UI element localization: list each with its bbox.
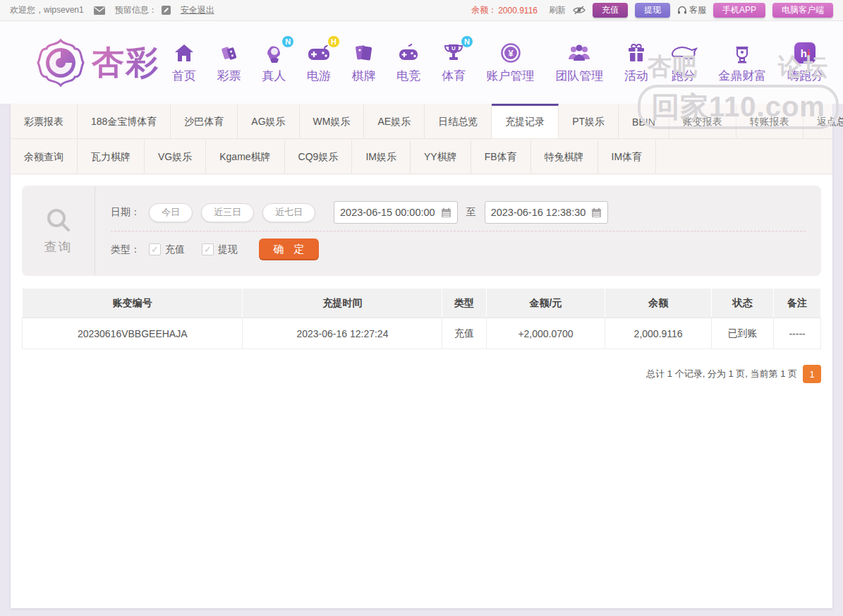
tab-recharge-withdraw-records[interactable]: 充提记录 — [492, 104, 559, 138]
tab-vg[interactable]: VG娱乐 — [145, 139, 206, 174]
type-filter-row: 类型： ✓ 充值 ✓ 提现 确 定 — [111, 231, 806, 267]
logo-flower-icon — [35, 37, 86, 88]
nav-sports[interactable]: U N 体育 — [442, 41, 466, 84]
hi-app-icon: hi — [794, 41, 815, 65]
query-label: 查询 — [44, 238, 73, 255]
balance-label: 余额： — [471, 4, 497, 16]
pagination: 总计 1 个记录, 分为 1 页, 当前第 1 页 1 — [22, 365, 821, 383]
report-tabs-row-1: 彩票报表 188金宝博体育 沙巴体育 AG娱乐 WM娱乐 AE娱乐 日结总览 充… — [11, 104, 832, 139]
nav-board-games[interactable]: 棋牌 — [352, 41, 376, 84]
cards-icon — [355, 41, 373, 65]
col-remark: 备注 — [774, 289, 821, 318]
recharge-checkbox[interactable]: ✓ 充值 — [149, 243, 185, 256]
logo-text: 杏彩 — [92, 41, 159, 85]
confirm-button[interactable]: 确 定 — [259, 238, 319, 260]
pc-client-button[interactable]: 电脑客户端 — [772, 3, 833, 18]
tab-balance-query[interactable]: 余额查询 — [11, 139, 78, 174]
cell-remark: ----- — [774, 318, 821, 349]
tab-kgame[interactable]: Kgame棋牌 — [206, 139, 284, 174]
customer-service-link[interactable]: 客服 — [677, 4, 706, 16]
recharge-button[interactable]: 充值 — [593, 3, 628, 18]
nav-egames[interactable]: H 电游 — [307, 41, 331, 84]
date-from-input[interactable]: 2023-06-15 00:00:00 — [334, 201, 458, 224]
welcome-text: 欢迎您，wipseven1 — [10, 4, 84, 16]
quick-today-button[interactable]: 今日 — [149, 203, 193, 222]
tab-188-sports[interactable]: 188金宝博体育 — [78, 104, 171, 138]
withdraw-checkbox[interactable]: ✓ 提现 — [202, 243, 238, 256]
home-icon — [174, 41, 194, 65]
site-header: 杏彩 首页 彩票 N 真人 H 电游 — [0, 21, 843, 104]
cell-balance: 2,000.9116 — [605, 318, 712, 349]
logout-link[interactable]: 安全退出 — [181, 4, 214, 16]
reserved-info-label: 预留信息： — [115, 4, 157, 16]
site-logo[interactable]: 杏彩 — [35, 37, 159, 88]
envelope-icon[interactable] — [94, 6, 105, 15]
tab-ag[interactable]: AG娱乐 — [238, 104, 299, 138]
date-label: 日期： — [111, 206, 140, 219]
eye-off-icon[interactable] — [573, 6, 586, 15]
tab-wm[interactable]: WM娱乐 — [300, 104, 365, 138]
table-row: 20230616VBBGEEHAJA 2023-06-16 12:27:24 充… — [23, 318, 821, 349]
nav-home[interactable]: 首页 — [172, 41, 196, 84]
col-amount: 金额/元 — [486, 289, 605, 318]
tab-tetu[interactable]: 特兔棋牌 — [531, 139, 598, 174]
refresh-link[interactable]: 刷新 — [549, 4, 566, 16]
gift-icon — [627, 41, 645, 65]
quick-7days-button[interactable]: 近七日 — [262, 203, 315, 222]
nav-promotions[interactable]: 活动 — [624, 41, 648, 84]
quick-3days-button[interactable]: 近三日 — [201, 203, 254, 222]
pagination-summary: 总计 1 个记录, 分为 1 页, 当前第 1 页 — [646, 368, 797, 380]
calendar-icon — [441, 207, 451, 218]
calendar-icon — [591, 207, 602, 218]
to-label: 至 — [466, 206, 476, 219]
col-status: 状态 — [711, 289, 773, 318]
nav-live-casino[interactable]: N 真人 — [262, 41, 286, 84]
tab-cq9[interactable]: CQ9娱乐 — [285, 139, 353, 174]
tab-content: 查询 日期： 今日 近三日 近七日 2023-06-15 00:00:00 至 — [11, 174, 832, 394]
tab-im-entertainment[interactable]: IM娱乐 — [352, 139, 411, 174]
nav-account-management[interactable]: ¥ 账户管理 — [487, 41, 535, 84]
query-filter-panel: 查询 日期： 今日 近三日 近七日 2023-06-15 00:00:00 至 — [22, 186, 821, 276]
tab-account-change-report[interactable]: 账变报表 — [669, 104, 736, 138]
checkbox-check-icon: ✓ — [202, 243, 214, 255]
tab-pt[interactable]: PT娱乐 — [559, 104, 619, 138]
col-time: 充提时间 — [243, 289, 442, 318]
tab-wali[interactable]: 瓦力棋牌 — [78, 139, 145, 174]
svg-text:U: U — [451, 45, 456, 52]
svg-text:赚丰收好: 赚丰收好 — [685, 56, 696, 59]
records-table: 账变编号 充提时间 类型 金额/元 余额 状态 备注 20230616VBBGE… — [22, 288, 821, 349]
withdraw-button[interactable]: 提现 — [635, 3, 670, 18]
tab-bbin[interactable]: BBIN — [619, 104, 669, 138]
main-panel: 彩票报表 188金宝博体育 沙巴体育 AG娱乐 WM娱乐 AE娱乐 日结总览 充… — [11, 104, 832, 608]
nav-team-management[interactable]: 团队管理 — [555, 41, 603, 84]
hot-badge: H — [328, 36, 339, 47]
new-badge: N — [461, 36, 473, 47]
tab-ae[interactable]: AE娱乐 — [364, 104, 425, 138]
nav-esports[interactable]: 电竞 — [396, 41, 420, 84]
main-nav: 首页 彩票 N 真人 H 电游 棋牌 — [172, 41, 830, 84]
tab-saba-sports[interactable]: 沙巴体育 — [171, 104, 238, 138]
mobile-app-button[interactable]: 手机APP — [713, 3, 765, 18]
date-to-input[interactable]: 2023-06-16 12:38:30 — [485, 201, 609, 224]
query-button[interactable]: 查询 — [22, 186, 95, 276]
headset-icon — [677, 6, 687, 15]
tab-yy[interactable]: YY棋牌 — [411, 139, 471, 174]
tab-im-sports[interactable]: IM体育 — [598, 139, 657, 174]
nav-jinding-wealth[interactable]: 金鼎财富 — [718, 41, 766, 84]
rhino-icon: 赚丰收好 — [669, 41, 698, 65]
page-1-button[interactable]: 1 — [803, 365, 821, 383]
nav-hi-paofen[interactable]: hi 嗨跑分 — [787, 41, 823, 84]
tab-fb-sports[interactable]: FB体育 — [471, 139, 531, 174]
gamepad-icon: H — [308, 41, 330, 65]
edit-icon[interactable] — [162, 6, 171, 15]
magnifier-icon — [44, 206, 73, 236]
tab-rebate-total[interactable]: 返点总额 — [803, 104, 843, 138]
cell-change-id: 20230616VBBGEEHAJA — [23, 318, 243, 349]
tab-transfer-report[interactable]: 转账报表 — [736, 104, 803, 138]
nav-paofen[interactable]: 赚丰收好 跑分 — [669, 41, 698, 84]
topbar: 欢迎您，wipseven1 预留信息： 安全退出 余额： 2000.9116 刷… — [0, 0, 843, 21]
nav-lottery[interactable]: 彩票 — [217, 41, 241, 84]
tab-daily-summary[interactable]: 日结总览 — [425, 104, 492, 138]
tab-lottery-report[interactable]: 彩票报表 — [11, 104, 78, 138]
svg-text:¥: ¥ — [508, 48, 514, 59]
